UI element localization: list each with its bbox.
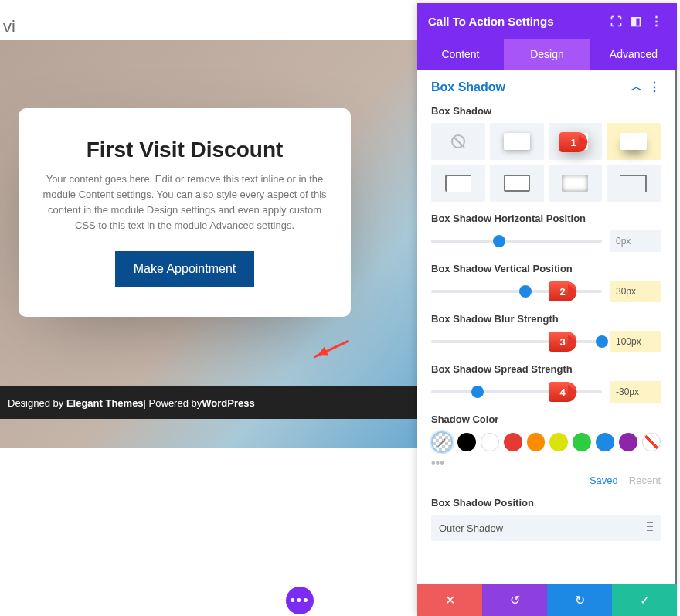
settings-tabs: Content Design Advanced — [417, 39, 677, 70]
slider-spread: -30px 4 — [431, 381, 661, 403]
shadow-preset-none[interactable] — [431, 123, 485, 160]
color-tabs: Saved Recent — [431, 475, 661, 486]
site-footer: Designed by Elegant Themes | Powered by … — [0, 386, 417, 419]
shadow-preset-7[interactable] — [607, 165, 661, 202]
panel-body: Box Shadow ︿ ⋮ Box Shadow 1 Box Shadow H… — [417, 70, 677, 584]
label-position: Box Shadow Position — [431, 497, 661, 509]
tab-content[interactable]: Content — [417, 39, 504, 70]
panel-footer: ✕ ↺ ↻ ✓ — [417, 584, 677, 616]
section-more-icon[interactable]: ⋮ — [648, 81, 661, 94]
page-preview: vi First Visit Discount Your content goe… — [0, 0, 417, 616]
panel-header: Call To Action Settings ⛶ ◧ ⋮ — [417, 3, 677, 39]
input-blur[interactable]: 100px — [610, 331, 661, 352]
annotation-3: 3 — [549, 332, 576, 352]
cta-card: First Visit Discount Your content goes h… — [19, 108, 351, 317]
label-spread: Box Shadow Spread Strength — [431, 363, 661, 375]
label-blur: Box Shadow Blur Strength — [431, 313, 661, 325]
label-hpos: Box Shadow Horizontal Position — [431, 213, 661, 224]
chevron-up-icon[interactable]: ︿ — [631, 80, 642, 94]
color-swatch[interactable] — [596, 433, 614, 451]
slider-hpos-track[interactable] — [431, 233, 602, 249]
color-swatch[interactable] — [527, 433, 546, 451]
divi-fab-button[interactable]: ••• — [286, 587, 314, 614]
shadow-preset-5[interactable] — [490, 165, 544, 202]
more-colors-icon[interactable]: ••• — [431, 456, 661, 470]
section-header[interactable]: Box Shadow ︿ ⋮ — [431, 80, 661, 94]
tab-advanced[interactable]: Advanced — [590, 39, 677, 70]
cta-title: First Visit Discount — [40, 138, 329, 162]
shadow-preset-4[interactable] — [431, 165, 485, 202]
shadow-preset-6[interactable] — [549, 165, 603, 202]
label-vpos: Box Shadow Vertical Position — [431, 263, 661, 274]
settings-panel: Call To Action Settings ⛶ ◧ ⋮ Content De… — [417, 3, 677, 616]
annotation-4: 4 — [549, 382, 576, 402]
color-swatch[interactable] — [642, 433, 661, 451]
slider-blur: 100px 3 — [431, 331, 661, 352]
input-vpos[interactable]: 30px — [610, 281, 661, 302]
footer-theme-link[interactable]: Elegant Themes — [66, 397, 144, 409]
color-swatch[interactable] — [573, 433, 591, 451]
input-hpos[interactable]: 0px — [610, 230, 661, 252]
color-swatches — [431, 431, 661, 453]
footer-platform-link[interactable]: WordPress — [202, 397, 254, 409]
annotation-2: 2 — [549, 281, 576, 301]
color-swatch[interactable] — [619, 433, 638, 451]
more-icon[interactable]: ⋮ — [646, 14, 666, 28]
input-spread[interactable]: -30px — [610, 381, 661, 403]
cta-description: Your content goes here. Edit or remove t… — [40, 172, 329, 234]
save-button[interactable]: ✓ — [612, 584, 677, 616]
color-swatch[interactable] — [504, 433, 522, 451]
shadow-preset-1[interactable] — [490, 123, 544, 160]
tab-design[interactable]: Design — [504, 39, 590, 70]
color-swatch[interactable] — [549, 433, 568, 451]
color-swatch[interactable] — [481, 433, 499, 451]
color-picker-button[interactable] — [431, 431, 453, 453]
site-logo: vi — [3, 17, 15, 37]
slider-vpos: 30px 2 — [431, 281, 661, 302]
color-swatch[interactable] — [457, 433, 476, 451]
color-tab-recent[interactable]: Recent — [629, 475, 661, 486]
cta-button[interactable]: Make Appointment — [115, 251, 255, 287]
select-shadow-position[interactable]: Outer Shadow — [431, 515, 661, 541]
expand-icon[interactable]: ⛶ — [606, 15, 626, 28]
redo-button[interactable]: ↻ — [547, 584, 612, 616]
snap-icon[interactable]: ◧ — [626, 14, 646, 28]
panel-title: Call To Action Settings — [428, 15, 554, 28]
annotation-1: 1 — [559, 132, 587, 152]
undo-button[interactable]: ↺ — [482, 584, 547, 616]
label-color: Shadow Color — [431, 414, 661, 425]
cancel-button[interactable]: ✕ — [417, 584, 482, 616]
label-boxshadow: Box Shadow — [431, 105, 661, 117]
slider-hpos: 0px — [431, 230, 661, 252]
shadow-preset-grid: 1 — [431, 123, 661, 202]
color-tab-saved[interactable]: Saved — [590, 475, 618, 486]
shadow-preset-3[interactable] — [607, 123, 661, 160]
